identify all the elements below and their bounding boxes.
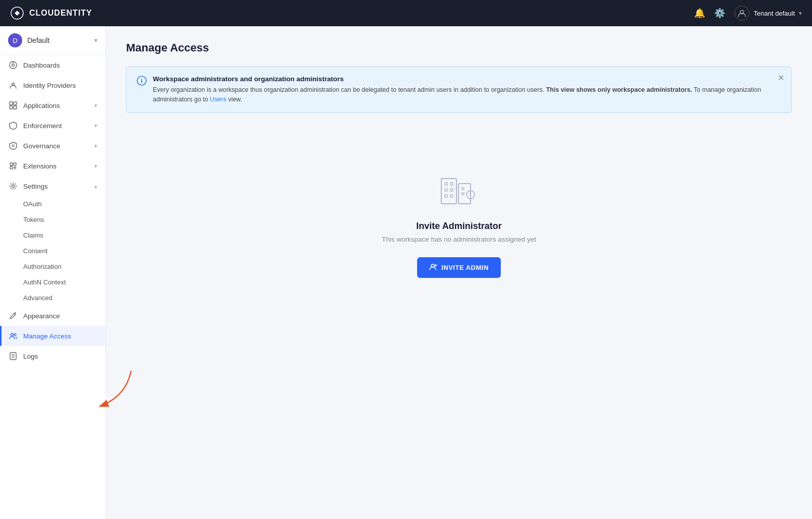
svg-point-24 bbox=[141, 79, 142, 80]
svg-point-17 bbox=[14, 334, 16, 336]
svg-rect-32 bbox=[450, 195, 453, 197]
empty-state-subtitle: This workspace has no administrators ass… bbox=[382, 236, 536, 243]
empty-state: ? Invite Administrator This workspace ha… bbox=[126, 133, 792, 308]
settings-button[interactable]: ⚙️ bbox=[714, 8, 725, 19]
svg-point-11 bbox=[12, 145, 14, 147]
empty-state-title: Invite Administrator bbox=[416, 221, 501, 232]
sidebar-item-manage-access[interactable]: Manage Access bbox=[0, 326, 105, 346]
oauth-label: OAuth bbox=[23, 200, 42, 208]
sidebar-sub-item-tokens[interactable]: Tokens bbox=[0, 212, 105, 227]
svg-rect-14 bbox=[10, 166, 13, 169]
invite-admin-icon bbox=[429, 263, 437, 272]
main-content: Manage Access Workspace administrators a… bbox=[106, 26, 812, 519]
svg-rect-27 bbox=[445, 183, 447, 185]
workspace-name: Default bbox=[27, 36, 89, 44]
applications-chevron-icon: ▾ bbox=[94, 102, 97, 109]
enforcement-icon bbox=[8, 121, 18, 131]
sidebar-sub-item-authorization[interactable]: Authorization bbox=[0, 259, 105, 274]
identity-providers-label: Identity Providers bbox=[23, 82, 97, 89]
svg-text:?: ? bbox=[469, 193, 472, 198]
sidebar-item-enforcement[interactable]: Enforcement ▾ bbox=[0, 116, 105, 136]
tenant-label: Tenant default bbox=[753, 10, 795, 17]
info-banner: Workspace administrators and organizatio… bbox=[126, 67, 792, 113]
banner-close-button[interactable]: ✕ bbox=[778, 73, 784, 83]
sidebar-item-appearance[interactable]: Appearance bbox=[0, 306, 105, 326]
svg-rect-7 bbox=[10, 102, 13, 105]
sidebar-item-logs[interactable]: Logs bbox=[0, 346, 105, 366]
authn-context-label: AuthN Context bbox=[23, 278, 66, 286]
notifications-button[interactable]: 🔔 bbox=[694, 8, 705, 19]
extensions-icon bbox=[8, 161, 18, 171]
applications-icon bbox=[8, 100, 18, 110]
logo-icon bbox=[10, 6, 24, 20]
appearance-icon bbox=[8, 311, 18, 321]
svg-point-4 bbox=[12, 64, 15, 67]
logo-area: CLOUDENTITY bbox=[10, 6, 92, 20]
enforcement-chevron-icon: ▾ bbox=[94, 123, 97, 129]
logo-text: CLOUDENTITY bbox=[29, 9, 92, 18]
svg-rect-31 bbox=[445, 195, 447, 197]
tokens-label: Tokens bbox=[23, 216, 44, 223]
sidebar-sub-item-authn-context[interactable]: AuthN Context bbox=[0, 274, 105, 290]
settings-icon bbox=[8, 181, 18, 191]
svg-rect-30 bbox=[450, 189, 453, 191]
svg-point-1 bbox=[16, 12, 19, 15]
workspace-icon: D bbox=[8, 33, 22, 47]
invite-admin-button[interactable]: INVITE ADMIN bbox=[417, 257, 501, 278]
invite-admin-label: INVITE ADMIN bbox=[441, 264, 489, 271]
svg-point-15 bbox=[12, 185, 15, 188]
svg-rect-28 bbox=[450, 183, 453, 185]
settings-label: Settings bbox=[23, 183, 89, 190]
svg-rect-10 bbox=[14, 106, 17, 109]
claims-label: Claims bbox=[23, 232, 43, 239]
empty-state-icon: ? bbox=[436, 163, 482, 211]
tenant-chevron-icon: ▾ bbox=[799, 10, 802, 17]
sidebar-item-identity-providers[interactable]: Identity Providers bbox=[0, 75, 105, 95]
banner-text-end: view. bbox=[228, 96, 242, 103]
logs-icon bbox=[8, 351, 18, 361]
svg-rect-9 bbox=[10, 106, 13, 109]
banner-text-bold: This view shows only workspace administr… bbox=[546, 86, 692, 93]
active-bar bbox=[0, 326, 2, 346]
dashboard-icon bbox=[8, 60, 18, 70]
topnav-right-area: 🔔 ⚙️ Tenant default ▾ bbox=[694, 6, 802, 21]
tenant-selector[interactable]: Tenant default ▾ bbox=[734, 6, 802, 21]
svg-rect-33 bbox=[462, 188, 464, 190]
manage-access-label: Manage Access bbox=[23, 332, 97, 340]
advanced-label: Advanced bbox=[23, 294, 52, 302]
workspace-chevron-icon: ▾ bbox=[94, 37, 97, 44]
svg-rect-13 bbox=[14, 163, 16, 165]
banner-content: Workspace administrators and organizatio… bbox=[153, 75, 781, 104]
svg-rect-8 bbox=[14, 102, 17, 105]
enforcement-label: Enforcement bbox=[23, 122, 89, 130]
workspace-icon-letter: D bbox=[13, 37, 17, 44]
governance-label: Governance bbox=[23, 142, 89, 150]
identity-providers-icon bbox=[8, 80, 18, 90]
sidebar-item-settings[interactable]: Settings ▴ bbox=[0, 176, 105, 196]
sidebar-sub-item-advanced[interactable]: Advanced bbox=[0, 290, 105, 306]
sidebar-item-governance[interactable]: Governance ▾ bbox=[0, 136, 105, 156]
banner-users-link[interactable]: Users bbox=[210, 96, 226, 103]
top-navigation: CLOUDENTITY 🔔 ⚙️ Tenant default ▾ bbox=[0, 0, 812, 26]
info-icon bbox=[137, 76, 147, 88]
page-title: Manage Access bbox=[126, 41, 792, 54]
svg-rect-29 bbox=[445, 189, 447, 191]
logs-label: Logs bbox=[23, 353, 97, 360]
sidebar-sub-item-consent[interactable]: Consent bbox=[0, 243, 105, 259]
sidebar-item-extensions[interactable]: Extensions ▾ bbox=[0, 156, 105, 176]
sidebar-sub-item-oauth[interactable]: OAuth bbox=[0, 196, 105, 212]
workspace-selector[interactable]: D Default ▾ bbox=[0, 26, 105, 55]
sidebar: D Default ▾ Dashboards bbox=[0, 26, 106, 519]
banner-title: Workspace administrators and organizatio… bbox=[153, 75, 781, 83]
banner-text: Every organization is a workspace thus o… bbox=[153, 85, 781, 104]
banner-text-before: Every organization is a workspace thus o… bbox=[153, 86, 544, 93]
sidebar-item-applications[interactable]: Applications ▾ bbox=[0, 95, 105, 116]
tenant-avatar bbox=[734, 6, 749, 21]
svg-rect-12 bbox=[10, 163, 13, 165]
sidebar-sub-item-claims[interactable]: Claims bbox=[0, 227, 105, 243]
sidebar-item-dashboards[interactable]: Dashboards bbox=[0, 55, 105, 75]
dashboards-label: Dashboards bbox=[23, 62, 97, 69]
governance-chevron-icon: ▾ bbox=[94, 143, 97, 149]
governance-icon bbox=[8, 141, 18, 151]
consent-label: Consent bbox=[23, 247, 47, 255]
